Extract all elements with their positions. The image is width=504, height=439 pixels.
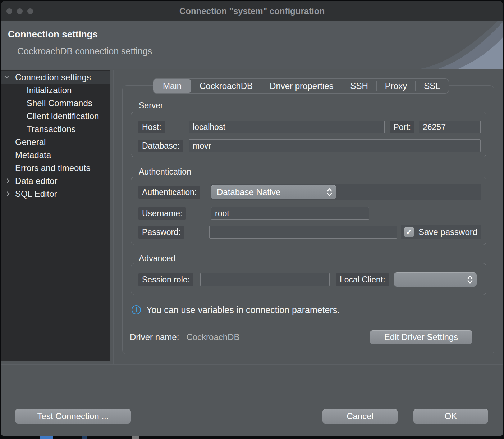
sidebar-item-data-editor[interactable]: Data editor: [1, 175, 110, 187]
session-role-label: Session role:: [138, 273, 193, 286]
auth-type-row: Authentication: Database Native: [138, 184, 481, 200]
host-input[interactable]: [189, 121, 385, 133]
authentication-select[interactable]: Database Native: [211, 185, 336, 199]
window-title: Connection "system" configuration: [1, 1, 503, 21]
username-input[interactable]: [211, 207, 369, 220]
host-label: Host:: [138, 121, 165, 133]
driver-row: Driver name: CockroachDB Edit Driver Set…: [130, 330, 483, 345]
tab-cockroachdb[interactable]: CockroachDB: [191, 79, 261, 93]
server-group: Host: Port: Database:: [131, 112, 486, 157]
edit-driver-settings-button[interactable]: Edit Driver Settings: [370, 330, 472, 344]
sidebar-item-label: Data editor: [15, 176, 57, 186]
sidebar-item-label: Shell Commands: [27, 98, 92, 108]
advanced-group: Session role: Local Client:: [131, 263, 486, 295]
page-subtitle: CockroachDB connection settings: [17, 46, 152, 56]
sidebar-item-label: Errors and timeouts: [15, 163, 90, 173]
footer-divider: [1, 364, 503, 365]
tab-proxy[interactable]: Proxy: [377, 79, 415, 93]
database-input[interactable]: [189, 139, 481, 152]
tab-ssl[interactable]: SSL: [416, 79, 448, 93]
authentication-label: Authentication:: [138, 186, 200, 199]
variables-hint-text: You can use variables in connection para…: [146, 305, 340, 315]
sidebar-item-transactions[interactable]: Transactions: [1, 123, 110, 136]
sidebar-item-label: Client identification: [27, 111, 99, 121]
tab-content-frame: Server Host: Port: Database: Authenticat…: [122, 85, 494, 354]
header-banner: Connection settings CockroachDB connecti…: [1, 21, 503, 69]
driver-name-label: Driver name:: [130, 332, 179, 342]
username-row: Username:: [138, 207, 481, 220]
host-row: Host: Port:: [138, 120, 481, 134]
chevron-right-icon[interactable]: [5, 191, 10, 196]
password-label: Password:: [138, 226, 184, 239]
sidebar-item-label: Connection settings: [15, 72, 91, 82]
tab-driver-properties[interactable]: Driver properties: [261, 79, 342, 93]
authentication-group: Authentication: Database Native Username…: [131, 177, 486, 245]
sidebar-item-sql-editor[interactable]: SQL Editor: [1, 187, 110, 200]
chevron-down-icon[interactable]: [4, 74, 9, 78]
titlebar[interactable]: Connection "system" configuration: [1, 1, 503, 21]
advanced-row: Session role: Local Client:: [138, 272, 481, 287]
test-connection-button[interactable]: Test Connection ...: [15, 409, 131, 424]
advanced-section-title: Advanced: [139, 254, 175, 263]
sidebar-item-label: Initialization: [27, 85, 72, 95]
driver-divider: [130, 326, 487, 326]
desktop-edge-sliver: [0, 436, 504, 439]
info-icon: i: [132, 305, 141, 314]
database-row: Database:: [138, 139, 481, 153]
sidebar-item-label: General: [15, 137, 46, 147]
sidebar-item-label: Metadata: [15, 150, 51, 160]
local-client-label: Local Client:: [336, 273, 389, 286]
password-input[interactable]: [209, 226, 397, 239]
tab-bar: Main CockroachDB Driver properties SSH P…: [153, 78, 449, 94]
variables-hint: i You can use variables in connection pa…: [132, 304, 340, 316]
updown-chevron-icon: [326, 187, 333, 197]
sidebar-item-initialization[interactable]: Initialization: [1, 84, 110, 97]
sidebar-item-label: Transactions: [27, 124, 76, 134]
sidebar-item-general[interactable]: General: [1, 136, 110, 149]
authentication-select-value: Database Native: [217, 187, 280, 197]
sidebar-item-connection-settings[interactable]: Connection settings: [1, 71, 110, 84]
sidebar-item-metadata[interactable]: Metadata: [1, 149, 110, 162]
password-row: Password: ✓ Save password: [138, 225, 481, 239]
sidebar-item-errors-and-timeouts[interactable]: Errors and timeouts: [1, 162, 110, 175]
page-title: Connection settings: [8, 29, 98, 40]
chevron-right-icon[interactable]: [5, 178, 10, 183]
sidebar-item-shell-commands[interactable]: Shell Commands: [1, 97, 110, 110]
port-label: Port:: [390, 121, 414, 133]
connection-config-dialog: Connection "system" configuration Connec…: [1, 1, 503, 436]
save-password-checkbox[interactable]: ✓: [404, 227, 414, 237]
settings-tree: Connection settings Initialization Shell…: [1, 70, 110, 361]
checkmark-icon: ✓: [406, 227, 412, 237]
ok-button[interactable]: OK: [413, 409, 488, 424]
tab-main[interactable]: Main: [153, 79, 191, 93]
driver-name-value: CockroachDB: [186, 332, 239, 342]
username-label: Username:: [138, 207, 186, 220]
save-password-label: Save password: [418, 227, 477, 237]
database-label: Database:: [138, 140, 183, 152]
tab-ssh[interactable]: SSH: [342, 79, 376, 93]
session-role-input[interactable]: [200, 273, 330, 286]
port-input[interactable]: [419, 121, 481, 133]
server-section-title: Server: [139, 101, 163, 110]
sidebar-splitter[interactable]: [113, 70, 114, 364]
cancel-button[interactable]: Cancel: [322, 409, 398, 424]
local-client-select[interactable]: [394, 272, 477, 287]
authentication-section-title: Authentication: [139, 167, 191, 177]
sidebar-item-label: SQL Editor: [15, 189, 57, 199]
sidebar-item-client-identification[interactable]: Client identification: [1, 110, 110, 123]
banner-swirl-decoration: [413, 21, 503, 69]
updown-chevron-icon: [467, 275, 473, 284]
